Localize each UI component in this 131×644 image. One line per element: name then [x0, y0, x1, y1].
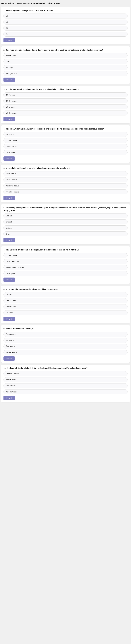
question-text-10: 10. Predsjednik Rusije Vladimir Putin pr…	[3, 367, 128, 370]
option-btn-q1-2[interactable]: 20	[3, 26, 128, 30]
option-btn-q7-1[interactable]: Džordž Vašington	[3, 259, 128, 264]
option-btn-q9-2[interactable]: Šest godina	[3, 344, 128, 349]
submit-btn-q8[interactable]: Potvrdi	[3, 317, 15, 321]
option-btn-q9-3[interactable]: Sedam godina	[3, 350, 128, 355]
option-btn-q6-0[interactable]: 50 Cent	[3, 213, 128, 218]
option-btn-q4-1[interactable]: Donald Tramp	[3, 138, 128, 143]
page-title: Danas kviz za 5. novembar 2024. - Predsj…	[1, 1, 130, 5]
question-text-2: 2. Koji veliki američki medij je odlučio…	[3, 49, 128, 52]
question-block-1: 1. Sa koliko godina državljani SAD stiču…	[1, 7, 130, 44]
submit-btn-q4[interactable]: Potvrdi	[3, 156, 15, 160]
option-btn-q7-3[interactable]: Džo Bajden	[3, 271, 128, 276]
question-text-3: 3. Kog datuma se održava inauguracija no…	[3, 88, 128, 91]
submit-btn-q6[interactable]: Potvrdi	[3, 238, 15, 242]
question-text-6: 6. Nekadašnji predsjednik SAD Barak Obam…	[3, 206, 128, 212]
question-block-3: 3. Kog datuma se održava inauguracija no…	[1, 86, 130, 123]
question-block-5: 5. Države koje tradicionalno glasaju za …	[1, 164, 130, 202]
option-btn-q8-3[interactable]: Tim Skot	[3, 310, 128, 315]
option-btn-q6-3[interactable]: Drake	[3, 232, 128, 236]
option-btn-q5-3[interactable]: Prvertljive države	[3, 190, 128, 194]
option-btn-q10-2[interactable]: Čepu Oliveru	[3, 383, 128, 388]
submit-btn-q5[interactable]: Potvrdi	[3, 196, 15, 200]
question-block-9: 9. Mandat predsjednika SAD traje?Četiri …	[1, 325, 130, 363]
option-btn-q8-1[interactable]: Džej Di Vens	[3, 298, 128, 303]
option-btn-q7-0[interactable]: Donald Tramp	[3, 253, 128, 258]
question-block-2: 2. Koji veliki američki medij je odlučio…	[1, 46, 130, 84]
submit-btn-q1[interactable]: Potvrdi	[3, 38, 15, 42]
option-btn-q4-2[interactable]: Teodor Ruzvelt	[3, 144, 128, 149]
option-btn-q2-2[interactable]: Foks Njuz	[3, 65, 128, 70]
option-btn-q2-0[interactable]: Njujork Tajms	[3, 53, 128, 58]
question-block-7: 7. Koji američki predsjednik je bio najs…	[1, 246, 130, 284]
question-text-9: 9. Mandat predsjednika SAD traje?	[3, 328, 128, 330]
submit-btn-q9[interactable]: Potvrdi	[3, 356, 15, 360]
option-btn-q3-2[interactable]: 10. januara	[3, 104, 128, 110]
option-btn-q10-3[interactable]: Kornelu Vestu	[3, 389, 128, 394]
option-btn-q3-0[interactable]: 20. Januara	[3, 92, 128, 98]
question-block-6: 6. Nekadašnji predsjednik SAD Barak Obam…	[1, 204, 130, 244]
question-text-8: 8. Ko je kandidat za potpredsjednika Rep…	[3, 288, 128, 291]
option-btn-q1-1[interactable]: 18	[3, 20, 128, 24]
submit-btn-q3[interactable]: Potvrdi	[3, 117, 15, 121]
option-btn-q9-0[interactable]: Četiri godine	[3, 332, 128, 337]
option-btn-q3-3[interactable]: 10. decembra	[3, 110, 128, 116]
option-btn-q10-0[interactable]: Donaldu Trampu	[3, 371, 128, 376]
option-btn-q4-0[interactable]: Bill Klinton	[3, 132, 128, 137]
option-btn-q6-1[interactable]: Snoop Dogg	[3, 220, 128, 224]
question-text-4: 4. Koji od navedenih nekadašnjih predsje…	[3, 128, 128, 130]
question-text-1: 1. Sa koliko godina državljani SAD stiču…	[3, 9, 128, 12]
option-btn-q8-2[interactable]: Ron Desantis	[3, 304, 128, 309]
option-btn-q5-2[interactable]: Kolebljive države	[3, 183, 128, 188]
option-btn-q10-1[interactable]: Kamali Haris	[3, 377, 128, 382]
question-text-7: 7. Koji američki predsjednik je bio najs…	[3, 248, 128, 251]
option-btn-q6-2[interactable]: Eminem	[3, 226, 128, 230]
option-btn-q1-3[interactable]: 21	[3, 32, 128, 36]
submit-btn-q2[interactable]: Potvrdi	[3, 78, 15, 82]
submit-btn-q7[interactable]: Potvrdi	[3, 278, 15, 282]
option-btn-q2-3[interactable]: Vašington Post	[3, 71, 128, 76]
option-btn-q7-2[interactable]: Frenklin Delano Ruzvelt	[3, 265, 128, 270]
option-btn-q8-0[interactable]: Tim Volc	[3, 292, 128, 297]
question-block-10: 10. Predsjednik Rusije Vladimir Putin pr…	[1, 364, 130, 402]
option-btn-q5-0[interactable]: Plave države	[3, 171, 128, 176]
question-text-5: 5. Države koje tradicionalno glasaju za …	[3, 167, 128, 170]
option-btn-q1-0[interactable]: 16	[3, 14, 128, 18]
question-block-8: 8. Ko je kandidat za potpredsjednika Rep…	[1, 286, 130, 323]
option-btn-q3-1[interactable]: 20. decembra	[3, 98, 128, 104]
option-btn-q4-3[interactable]: Džo Bajden	[3, 150, 128, 155]
option-btn-q2-1[interactable]: CNN	[3, 59, 128, 64]
option-btn-q5-1[interactable]: Crvene države	[3, 177, 128, 182]
option-btn-q9-1[interactable]: Pet godina	[3, 338, 128, 343]
submit-btn-q10[interactable]: Potvrdi	[3, 396, 15, 400]
question-block-4: 4. Koji od navedenih nekadašnjih predsje…	[1, 125, 130, 163]
